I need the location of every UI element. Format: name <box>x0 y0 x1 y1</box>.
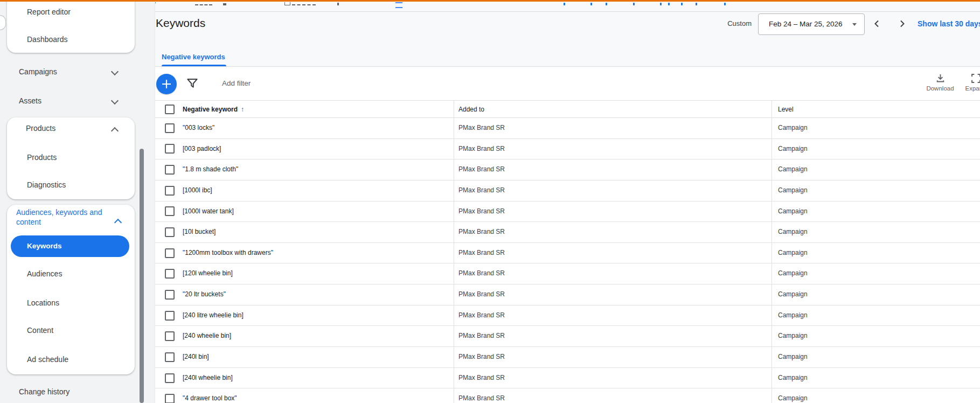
table-row[interactable]: "1200mm toolbox with drawers" PMax Brand… <box>155 243 980 264</box>
download-label: Download <box>926 85 954 92</box>
table-row[interactable]: "1.8 m shade cloth" PMax Brand SR Campai… <box>155 159 980 180</box>
added-to-cell: PMax Brand SR <box>454 159 772 180</box>
chevron-up-icon[interactable] <box>111 127 119 135</box>
added-to-cell: PMax Brand SR <box>454 139 772 159</box>
column-header-level[interactable]: Level <box>778 106 794 113</box>
row-checkbox[interactable] <box>165 331 175 341</box>
row-checkbox[interactable] <box>165 206 175 216</box>
row-checkbox[interactable] <box>165 394 175 403</box>
level-cell: Campaign <box>772 180 980 201</box>
negative-keyword-cell: [240 litre wheelie bin] <box>155 305 454 326</box>
sidebar-item-locations[interactable]: Locations <box>7 294 135 311</box>
level-cell: Campaign <box>772 202 980 222</box>
table-row[interactable]: [240l wheelie bin] PMax Brand SR Campaig… <box>155 368 980 389</box>
sidebar-item-ad-schedule[interactable]: Ad schedule <box>7 351 135 368</box>
table-row[interactable]: [003 padlock] PMax Brand SR Campaign <box>155 139 980 160</box>
sidebar-item-change-history[interactable]: Change history <box>19 387 69 396</box>
column-divider <box>454 100 454 403</box>
topbar-remnant <box>195 4 212 5</box>
sidebar-item-label: Audiences <box>27 265 62 282</box>
level-cell: Campaign <box>772 222 980 242</box>
filter-button[interactable] <box>186 78 199 91</box>
sidebar-item-diagnostics[interactable]: Diagnostics <box>7 176 135 193</box>
row-checkbox[interactable] <box>165 311 175 321</box>
row-checkbox[interactable] <box>165 290 175 300</box>
page-title: Keywords <box>156 17 205 30</box>
table-row[interactable]: [10l bucket] PMax Brand SR Campaign <box>155 222 980 243</box>
google-ads-app: Report editor Dashboards Campaigns Asset… <box>0 0 980 403</box>
sidebar-item-label: Diagnostics <box>27 176 66 193</box>
chevron-right-icon <box>898 19 906 28</box>
added-to-cell: PMax Brand SR <box>454 305 772 326</box>
sidebar-item-assets[interactable]: Assets <box>19 95 41 106</box>
chevron-down-icon[interactable] <box>111 97 119 105</box>
sidebar-item-report-editor[interactable]: Report editor <box>7 3 135 20</box>
expand-button[interactable]: Expand <box>958 73 980 92</box>
negative-keyword-cell: "4 drawer tool box" <box>155 388 454 403</box>
column-header-added-to[interactable]: Added to <box>458 106 484 113</box>
sidebar-item-keywords-selected[interactable]: Keywords <box>11 235 129 257</box>
level-cell: Campaign <box>772 305 980 326</box>
previous-date-range-button[interactable] <box>873 19 881 28</box>
row-checkbox[interactable] <box>165 373 175 383</box>
table-toolbar: Add filter Download Expand <box>155 67 980 100</box>
negative-keyword-cell: "1200mm toolbox with drawers" <box>155 243 454 263</box>
row-checkbox[interactable] <box>165 186 175 196</box>
topbar-remnant <box>724 3 726 5</box>
sidebar-item-audiences[interactable]: Audiences <box>7 265 135 282</box>
sidebar-item-campaigns[interactable]: Campaigns <box>19 66 57 77</box>
table-row[interactable]: [1000l ibc] PMax Brand SR Campaign <box>155 180 980 202</box>
topbar-remnant <box>337 3 339 5</box>
add-negative-keyword-button[interactable] <box>156 74 177 94</box>
sidebar-section-audiences-keywords-content[interactable]: Audiences, keywords and content <box>16 207 109 227</box>
sidebar: Report editor Dashboards Campaigns Asset… <box>0 0 155 403</box>
sidebar-item-label: Dashboards <box>27 31 68 48</box>
table-row[interactable]: [1000l water tank] PMax Brand SR Campaig… <box>155 202 980 223</box>
date-range-picker[interactable]: Feb 24 – Mar 25, 2026 <box>758 13 865 35</box>
negative-keyword-cell: "1.8 m shade cloth" <box>155 159 454 180</box>
select-all-checkbox[interactable] <box>165 105 175 114</box>
sidebar-item-label: Assets <box>19 96 41 105</box>
column-header-negative-keyword[interactable]: Negative keyword↑ <box>183 106 244 113</box>
topbar-remnant <box>660 3 662 5</box>
sidebar-item-label: Locations <box>27 294 59 311</box>
tab-negative-keywords[interactable]: Negative keywords <box>162 53 225 61</box>
row-checkbox[interactable] <box>165 227 175 237</box>
sidebar-item-dashboards[interactable]: Dashboards <box>7 31 135 48</box>
next-date-range-button[interactable] <box>898 19 906 28</box>
sidebar-section-products[interactable]: Products <box>26 123 55 134</box>
table-row[interactable]: [240l bin] PMax Brand SR Campaign <box>155 347 980 368</box>
sidebar-item-content[interactable]: Content <box>7 322 135 339</box>
level-cell: Campaign <box>772 368 980 388</box>
add-filter-button[interactable]: Add filter <box>222 79 251 87</box>
table-row[interactable]: [240 litre wheelie bin] PMax Brand SR Ca… <box>155 305 980 326</box>
download-button[interactable]: Download <box>922 73 958 92</box>
row-checkbox[interactable] <box>165 352 175 362</box>
added-to-cell: PMax Brand SR <box>454 263 772 284</box>
table-row[interactable]: "4 drawer tool box" PMax Brand SR Campai… <box>155 388 980 403</box>
expand-label: Expand <box>965 85 980 92</box>
added-to-cell: PMax Brand SR <box>454 180 772 201</box>
table-row[interactable]: "20 ltr buckets" PMax Brand SR Campaign <box>155 284 980 305</box>
table-row[interactable]: [120l wheelie bin] PMax Brand SR Campaig… <box>155 263 980 284</box>
row-checkbox[interactable] <box>165 248 175 258</box>
table-row[interactable]: [240 wheelie bin] PMax Brand SR Campaign <box>155 326 980 347</box>
table-body: "003 locks" PMax Brand SR Campaign [003 … <box>155 118 980 403</box>
sidebar-item-products[interactable]: Products <box>7 149 135 166</box>
topbar-remnant <box>223 3 226 5</box>
column-label: Negative keyword <box>183 106 238 113</box>
row-checkbox[interactable] <box>165 269 175 279</box>
table-row[interactable]: "003 locks" PMax Brand SR Campaign <box>155 118 980 139</box>
chevron-down-icon[interactable] <box>111 68 119 75</box>
row-checkbox[interactable] <box>165 165 175 175</box>
show-last-30-days-link[interactable]: Show last 30 days <box>918 19 980 28</box>
negative-keyword-cell: [120l wheelie bin] <box>155 263 454 284</box>
sidebar-item-label: Campaigns <box>19 67 57 76</box>
row-checkbox[interactable] <box>165 144 175 154</box>
negative-keyword-cell: [003 padlock] <box>155 139 454 159</box>
negative-keyword-cell: [1000l water tank] <box>155 202 454 222</box>
row-checkbox[interactable] <box>165 123 175 133</box>
sidebar-item-label: Keywords <box>11 242 62 250</box>
topbar-remnant <box>681 3 683 5</box>
sidebar-scrollbar[interactable] <box>140 149 144 403</box>
